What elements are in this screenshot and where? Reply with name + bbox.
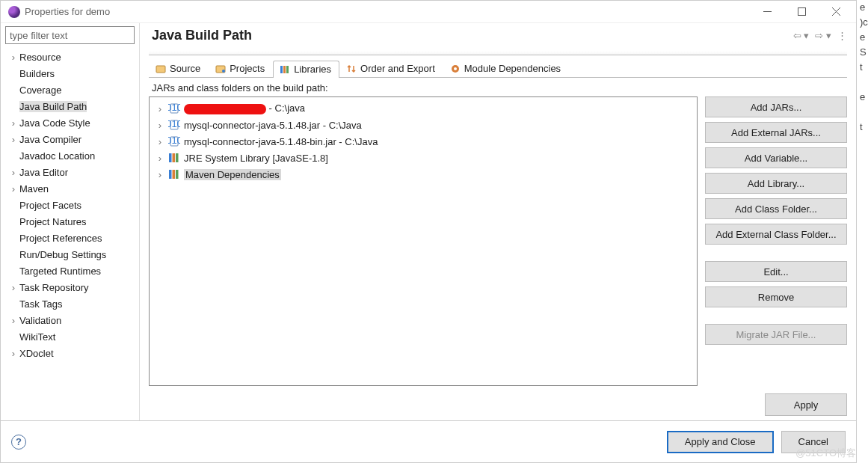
- svg-rect-18: [169, 153, 172, 162]
- tree-item-wikitext[interactable]: WikiText: [5, 328, 135, 345]
- tree-item-project-references[interactable]: Project References: [5, 230, 135, 246]
- library-icon: [168, 152, 180, 164]
- expand-icon: ›: [8, 117, 19, 129]
- add-external-jars-button[interactable]: Add External JARs...: [705, 122, 847, 143]
- background-editor-text: e)ceStet: [860, 0, 868, 135]
- svg-text:010: 010: [168, 135, 180, 146]
- svg-rect-20: [176, 153, 179, 162]
- page-title: Java Build Path: [152, 28, 252, 43]
- library-icon: [280, 64, 290, 75]
- filter-input[interactable]: type filter text: [5, 26, 135, 44]
- tree-item-validation[interactable]: ›Validation: [5, 312, 135, 328]
- classpath-list[interactable]: ›010 - C:\java›010mysql-connector-java-5…: [149, 96, 698, 386]
- svg-rect-23: [176, 170, 179, 179]
- jar-icon: 010: [168, 119, 180, 131]
- toolbar-nav: ⇦ ▾ ⇨ ▾ ⋮: [793, 30, 847, 41]
- close-button[interactable]: [819, 1, 853, 22]
- svg-rect-1: [798, 8, 805, 16]
- help-icon[interactable]: ?: [11, 435, 26, 450]
- dialog-footer: ? Apply and Close Cancel: [1, 420, 856, 462]
- tree-item-builders[interactable]: Builders: [5, 65, 135, 82]
- expand-icon: ›: [8, 183, 19, 194]
- eclipse-icon: [8, 6, 20, 18]
- section-label: JARs and class folders on the build path…: [152, 82, 847, 93]
- tree-item-project-natures[interactable]: Project Natures: [5, 213, 135, 230]
- add-external-class-folder-button[interactable]: Add External Class Folder...: [705, 224, 847, 245]
- remove-button[interactable]: Remove: [705, 286, 847, 307]
- back-icon[interactable]: ⇦ ▾: [793, 30, 810, 41]
- tree-item-resource[interactable]: ›Resource: [5, 49, 135, 65]
- module-icon: [450, 64, 461, 74]
- svg-rect-7: [280, 66, 283, 73]
- tab-source[interactable]: Source: [149, 60, 209, 77]
- expand-icon: ›: [8, 52, 19, 63]
- tree-item-java-compiler[interactable]: ›Java Compiler: [5, 131, 135, 147]
- expand-icon: ›: [8, 348, 19, 359]
- tree-item-run-debug-settings[interactable]: Run/Debug Settings: [5, 246, 135, 263]
- expand-icon: ›: [8, 134, 19, 145]
- add-jars-button[interactable]: Add JARs...: [705, 96, 847, 117]
- tree-item-task-tags[interactable]: Task Tags: [5, 295, 135, 312]
- folder-src-icon: [156, 64, 166, 74]
- tree-item-coverage[interactable]: Coverage: [5, 82, 135, 98]
- forward-icon[interactable]: ⇨ ▾: [815, 30, 831, 41]
- button-column: Add JARs... Add External JARs... Add Var…: [705, 96, 847, 386]
- property-tree[interactable]: ›ResourceBuildersCoverageJava Build Path…: [5, 49, 135, 361]
- tab-order-and-export[interactable]: Order and Export: [339, 60, 443, 77]
- svg-rect-9: [286, 66, 289, 73]
- expand-icon: ›: [156, 169, 164, 180]
- expand-icon: ›: [156, 120, 164, 131]
- svg-point-6: [222, 70, 225, 73]
- properties-dialog: Properties for demo type filter text ›Re…: [0, 0, 857, 463]
- expand-icon: ›: [8, 167, 19, 178]
- tree-item-java-editor[interactable]: ›Java Editor: [5, 164, 135, 180]
- window-title: Properties for demo: [25, 6, 750, 17]
- titlebar: Properties for demo: [1, 1, 856, 23]
- tab-projects[interactable]: Projects: [209, 60, 273, 77]
- tab-libraries[interactable]: Libraries: [273, 61, 339, 78]
- svg-point-11: [454, 67, 457, 70]
- jar-icon: 010: [168, 135, 180, 147]
- tree-item-javadoc-location[interactable]: Javadoc Location: [5, 147, 135, 164]
- expand-icon: ›: [156, 153, 164, 164]
- tree-item-targeted-runtimes[interactable]: Targeted Runtimes: [5, 263, 135, 279]
- migrate-jar-button: Migrate JAR File...: [705, 324, 847, 345]
- library-icon: [168, 168, 180, 180]
- tree-item-xdoclet[interactable]: ›XDoclet: [5, 345, 135, 361]
- tree-item-project-facets[interactable]: Project Facets: [5, 197, 135, 213]
- tree-item-java-code-style[interactable]: ›Java Code Style: [5, 114, 135, 131]
- menu-icon[interactable]: ⋮: [837, 30, 847, 41]
- tree-item-maven[interactable]: ›Maven: [5, 180, 135, 197]
- jar-icon: 010: [168, 102, 180, 114]
- minimize-button[interactable]: [750, 1, 784, 22]
- left-panel: type filter text ›ResourceBuildersCovera…: [1, 23, 140, 420]
- expand-icon: ›: [156, 136, 164, 147]
- classpath-entry[interactable]: ›010mysql-connector-java-5.1.48.jar - C:…: [151, 117, 695, 133]
- expand-icon: ›: [8, 282, 19, 293]
- apply-and-close-button[interactable]: Apply and Close: [667, 431, 774, 453]
- apply-button[interactable]: Apply: [765, 393, 847, 416]
- classpath-entry[interactable]: ›JRE System Library [JavaSE-1.8]: [151, 150, 695, 166]
- tab-bar: SourceProjectsLibrariesOrder and ExportM…: [149, 58, 847, 78]
- classpath-entry[interactable]: ›010 - C:\java: [151, 100, 695, 117]
- order-icon: [346, 64, 357, 74]
- folder-prj-icon: [215, 64, 226, 74]
- right-panel: Java Build Path ⇦ ▾ ⇨ ▾ ⋮ SourceProjects…: [140, 23, 856, 420]
- svg-rect-4: [156, 66, 165, 73]
- tab-module-dependencies[interactable]: Module Dependencies: [443, 60, 569, 77]
- dialog-body: type filter text ›ResourceBuildersCovera…: [1, 23, 856, 420]
- svg-rect-19: [173, 153, 176, 162]
- classpath-entry[interactable]: ›Maven Dependencies: [151, 166, 695, 183]
- expand-icon: ›: [156, 103, 164, 114]
- svg-rect-22: [173, 170, 176, 179]
- tree-item-java-build-path[interactable]: Java Build Path: [5, 98, 135, 114]
- add-variable-button[interactable]: Add Variable...: [705, 147, 847, 168]
- add-class-folder-button[interactable]: Add Class Folder...: [705, 198, 847, 219]
- add-library-button[interactable]: Add Library...: [705, 173, 847, 194]
- redacted-marker: [184, 104, 266, 114]
- maximize-button[interactable]: [784, 1, 819, 22]
- svg-rect-8: [283, 66, 286, 73]
- tree-item-task-repository[interactable]: ›Task Repository: [5, 279, 135, 295]
- classpath-entry[interactable]: ›010mysql-connector-java-5.1.48-bin.jar …: [151, 133, 695, 150]
- edit-button[interactable]: Edit...: [705, 261, 847, 282]
